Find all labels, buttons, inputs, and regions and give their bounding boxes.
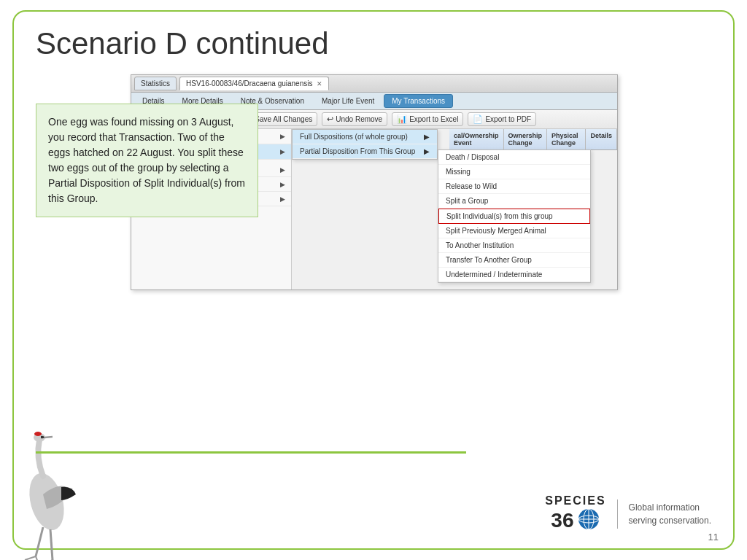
submenu2-disposition-types: Death / Disposal Missing Release to Wild… — [438, 149, 591, 283]
submenu-arrow-icon: ▶ — [424, 133, 430, 141]
export-excel-button[interactable]: 📊 Export to Excel — [392, 112, 463, 126]
green-text-box: One egg was found missing on 3 August, y… — [36, 104, 258, 217]
slide-title: Scenario D continued — [36, 26, 711, 61]
submenu2-split-merged[interactable]: Split Previously Merged Animal — [438, 224, 590, 238]
arrow-icon-disp: ▶ — [280, 148, 285, 155]
svg-line-4 — [36, 527, 43, 556]
statistics-tab[interactable]: Statistics — [134, 77, 177, 90]
tab-bar: Statistics HSV16-00083/46/Dracaena guian… — [131, 75, 617, 93]
excel-icon: 📊 — [397, 114, 407, 124]
arrow-icon-event: ▶ — [280, 195, 285, 203]
undo-remove-button[interactable]: ↩ Undo Remove — [322, 112, 387, 126]
logo-divider — [617, 499, 618, 529]
content-area: Statistics HSV16-00083/46/Dracaena guian… — [36, 74, 711, 290]
col-ownership-change: Ownership Change — [504, 129, 548, 149]
slide-container: Scenario D continued Statistics HSV16-00… — [12, 10, 735, 550]
svg-line-7 — [36, 556, 38, 560]
tab-my-transactions[interactable]: My Transactions — [384, 94, 453, 108]
column-headers: cal/Ownership Event Ownership Change Phy… — [449, 129, 617, 150]
submenu-dispositions: Full Dispositions (of whole group) ▶ Par… — [292, 129, 438, 160]
submenu2-another-institution[interactable]: To Another Institution — [438, 238, 590, 253]
submenu2-missing[interactable]: Missing — [438, 165, 590, 179]
svg-line-6 — [25, 556, 36, 560]
svg-line-3 — [44, 437, 53, 438]
bird-image — [3, 421, 98, 560]
submenu2-transfer-group[interactable]: Transfer To Another Group — [438, 253, 590, 268]
col-physical-change: Physical Change — [547, 129, 586, 149]
accent-line — [36, 451, 466, 454]
species-text: SPECIES — [545, 494, 605, 508]
slide-number: 11 — [708, 532, 719, 542]
export-pdf-button[interactable]: 📄 Export to PDF — [468, 112, 536, 126]
col-details: Details — [586, 129, 617, 149]
logo-tagline: Global information serving conservation. — [629, 501, 711, 527]
species-number: 36 — [551, 510, 573, 531]
arrow-icon: ▶ — [280, 133, 285, 140]
logo-area: SPECIES 36 Global information serving co… — [545, 494, 711, 534]
arrow-icon-owner: ▶ — [280, 166, 285, 174]
submenu2-release-wild[interactable]: Release to Wild — [438, 179, 590, 194]
submenu-partial-disposition[interactable]: Partial Disposition From This Group ▶ — [293, 144, 437, 159]
svg-line-5 — [50, 529, 53, 560]
tab-major-life-event[interactable]: Major Life Event — [314, 94, 382, 108]
svg-point-2 — [34, 432, 42, 436]
undo-icon: ↩ — [327, 114, 333, 124]
globe-icon — [577, 508, 600, 534]
submenu2-split-group[interactable]: Split a Group — [438, 194, 590, 209]
main-tab[interactable]: HSV16-00083/46/Dracaena guianensis ✕ — [179, 77, 329, 90]
species-logo: SPECIES 36 — [545, 494, 605, 534]
tab-close-icon[interactable]: ✕ — [317, 80, 322, 88]
col-cal-ownership: cal/Ownership Event — [449, 129, 504, 149]
submenu-arrow-icon-2: ▶ — [424, 147, 430, 155]
pdf-icon: 📄 — [473, 114, 483, 124]
submenu2-split-individuals[interactable]: Split Individual(s) from this group — [438, 209, 590, 224]
submenu-full-dispositions[interactable]: Full Dispositions (of whole group) ▶ — [293, 130, 437, 144]
arrow-icon-holder: ▶ — [280, 181, 285, 188]
submenu2-death-disposal[interactable]: Death / Disposal — [438, 150, 590, 165]
submenu2-undetermined[interactable]: Undetermined / Indeterminate — [438, 268, 590, 282]
